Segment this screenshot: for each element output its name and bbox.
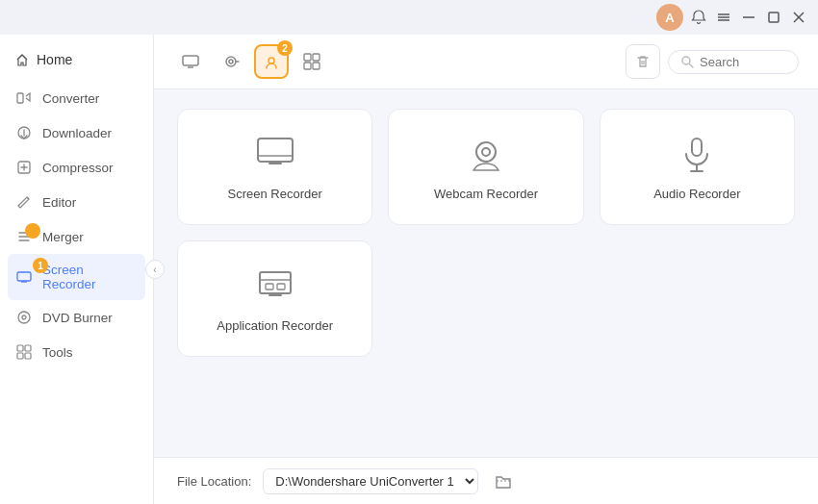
sidebar-home[interactable]: Home [0, 44, 153, 75]
home-label: Home [37, 52, 72, 67]
sidebar-label-screen-recorder: Screen Recorder [42, 263, 138, 291]
svg-point-35 [476, 142, 496, 162]
editor-icon [15, 193, 33, 211]
close-button[interactable] [789, 8, 808, 27]
svg-point-13 [22, 315, 26, 319]
svg-rect-17 [25, 353, 31, 359]
card-screen-recorder-label: Screen Recorder [228, 187, 322, 201]
svg-rect-16 [17, 353, 23, 359]
screen-recorder-icon [15, 268, 33, 286]
downloader-icon [15, 124, 33, 141]
card-screen-recorder[interactable]: Screen Recorder [177, 109, 372, 225]
svg-rect-40 [260, 272, 291, 293]
svg-rect-14 [17, 345, 23, 351]
svg-point-21 [229, 60, 233, 63]
sidebar-label-tools: Tools [42, 345, 73, 360]
card-application-recorder-label: Application Recorder [217, 318, 333, 333]
svg-rect-31 [258, 139, 293, 162]
application-recorder-card-icon [254, 265, 296, 307]
toolbar-webcam-button[interactable] [214, 44, 248, 79]
footer-path: D:\Wondershare UniConverter 1 [263, 468, 478, 494]
sidebar-collapse-button[interactable]: ‹ [145, 260, 165, 279]
search-box [668, 50, 799, 74]
file-path-select[interactable]: D:\Wondershare UniConverter 1 [263, 468, 478, 494]
toolbar-right [626, 44, 799, 79]
svg-rect-37 [692, 139, 702, 156]
sidebar-item-converter[interactable]: Converter [0, 81, 153, 115]
titlebar: A [0, 0, 818, 35]
toolbar-app-recorder-button[interactable]: 2 [254, 44, 289, 79]
svg-rect-15 [25, 345, 31, 351]
dvd-burner-icon [15, 309, 33, 326]
toolbar: 2 [154, 35, 818, 89]
svg-rect-10 [17, 272, 31, 281]
user-avatar[interactable]: A [656, 4, 683, 31]
minimize-button[interactable] [739, 8, 758, 27]
sidebar-item-compressor[interactable]: Compressor [0, 150, 153, 185]
sidebar-item-screen-recorder[interactable]: Screen Recorder 1 [8, 254, 145, 300]
svg-rect-4 [769, 13, 779, 22]
screen-recorder-badge: 1 [33, 258, 48, 273]
toolbar-screen-button[interactable] [173, 44, 208, 79]
delete-button[interactable] [626, 44, 660, 79]
audio-recorder-card-icon [676, 133, 718, 175]
app-body: Home Converter Downloader [0, 35, 818, 504]
webcam-recorder-card-icon [465, 133, 507, 175]
sidebar-label-merger: Merger [42, 230, 84, 244]
svg-rect-25 [304, 63, 311, 69]
sidebar-label-downloader: Downloader [42, 126, 112, 140]
sidebar-item-tools[interactable]: Tools [0, 335, 153, 369]
card-webcam-recorder-label: Webcam Recorder [434, 187, 538, 201]
sidebar-item-dvd-burner[interactable]: DVD Burner [0, 300, 153, 335]
card-audio-recorder[interactable]: Audio Recorder [600, 109, 795, 225]
svg-point-22 [268, 58, 274, 63]
sidebar-label-compressor: Compressor [42, 161, 114, 175]
sidebar: Home Converter Downloader [0, 35, 154, 504]
svg-rect-18 [183, 56, 198, 65]
tools-icon [15, 343, 33, 361]
converter-icon [15, 89, 33, 107]
compressor-icon [15, 159, 33, 176]
toolbar-more-button[interactable] [294, 44, 329, 79]
screen-recorder-card-icon [254, 133, 296, 175]
toolbar-left: 2 [173, 44, 329, 79]
search-input[interactable] [700, 55, 786, 69]
svg-point-29 [682, 57, 690, 64]
svg-line-30 [690, 64, 694, 68]
footer: File Location: D:\Wondershare UniConvert… [154, 457, 818, 504]
open-folder-button[interactable] [490, 467, 517, 494]
card-webcam-recorder[interactable]: Webcam Recorder [388, 109, 583, 225]
maximize-button[interactable] [764, 8, 783, 27]
file-location-label: File Location: [177, 474, 251, 489]
search-icon [680, 55, 694, 68]
menu-icon[interactable] [714, 8, 733, 27]
sidebar-item-editor[interactable]: Editor [0, 185, 153, 219]
svg-rect-43 [277, 284, 285, 290]
sidebar-label-dvd-burner: DVD Burner [42, 311, 113, 325]
sidebar-label-editor: Editor [42, 195, 76, 210]
main-content: 2 [154, 35, 818, 504]
svg-rect-26 [313, 63, 320, 69]
svg-rect-7 [17, 93, 23, 103]
bell-icon[interactable] [689, 8, 708, 27]
svg-point-36 [482, 148, 490, 156]
sidebar-label-converter: Converter [42, 91, 99, 106]
app-recorder-badge: 2 [277, 40, 293, 56]
card-audio-recorder-label: Audio Recorder [653, 187, 740, 201]
svg-point-12 [18, 312, 30, 323]
card-application-recorder[interactable]: Application Recorder [177, 240, 372, 357]
sidebar-item-downloader[interactable]: Downloader [0, 115, 153, 150]
svg-rect-24 [313, 54, 320, 61]
svg-rect-42 [266, 284, 273, 290]
sidebar-item-merger[interactable]: Merger [0, 219, 153, 254]
svg-rect-23 [304, 54, 311, 61]
cards-area: Screen Recorder Webcam Recorder [154, 89, 818, 457]
merger-badge [25, 223, 40, 239]
svg-point-20 [226, 57, 236, 66]
